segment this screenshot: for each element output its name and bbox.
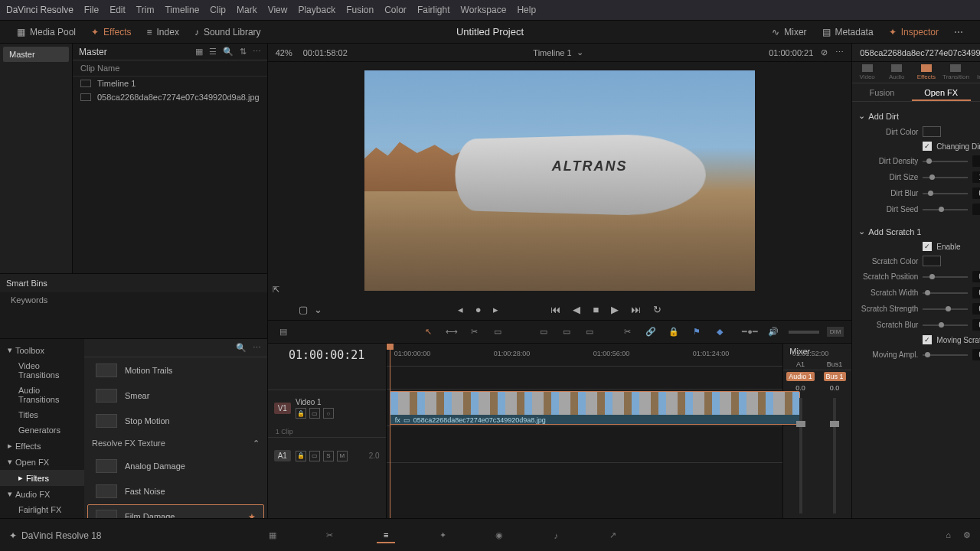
menu-edit[interactable]: Edit [109,5,126,15]
column-clip-name[interactable]: Clip Name [73,60,267,77]
zoom-slider[interactable]: ━●━ [743,324,758,340]
track-mute-icon[interactable]: ○ [323,408,334,419]
track-badge-v1[interactable]: V1 [274,403,291,414]
index-toggle[interactable]: ≡ Index [141,24,185,40]
viewer-options-icon[interactable]: ⋯ [835,47,844,57]
inspector-toggle[interactable]: ✦ Inspector [883,24,945,40]
dirt-density-value[interactable]: 2 [972,155,980,167]
timeline-clip[interactable]: fx▭058ca2268da8ec7274e07c349920d9a8.jpg [390,391,800,425]
replace-icon[interactable]: ▭ [559,324,574,340]
menu-file[interactable]: File [84,5,99,15]
fx-cat-effects[interactable]: ▸ Effects [0,438,84,454]
flag-icon[interactable]: ⚑ [689,324,704,340]
fx-search-icon[interactable]: 🔍 [236,343,247,353]
go-start-icon[interactable]: ⏮ [549,302,562,317]
fx-group-texture[interactable]: Resolve FX Texture⌃ [84,434,267,453]
master-bin[interactable]: Master [3,47,69,62]
playhead[interactable] [390,344,390,518]
favorite-star-icon[interactable]: ★ [248,512,256,519]
solo-icon[interactable]: S [323,451,334,461]
smart-bin-keywords[interactable]: Keywords [0,292,267,308]
fx-item-analog-damage[interactable]: Analog Damage [87,454,264,478]
clip-row-image[interactable]: 058ca2268da8ec7274e07c349920d9a8.jpg [73,90,267,104]
options-icon[interactable]: ⋯ [253,47,261,57]
scratch-position-value[interactable]: 0.159 [972,271,980,282]
mute-icon[interactable]: M [337,451,348,461]
track-enable-icon[interactable]: ▭ [309,408,320,419]
insert-icon[interactable]: ▭ [490,324,505,340]
section-add-dirt[interactable]: ⌄ Add Dirt [858,108,980,124]
fader-a1[interactable] [799,398,802,514]
insp-tab-audio[interactable]: Audio [882,62,912,83]
effects-toggle[interactable]: ✦ Effects [85,24,137,40]
marker-tool-icon[interactable]: ◆ [712,324,727,340]
sound-library-toggle[interactable]: ♪ Sound Library [188,24,267,40]
mixer-toggle[interactable]: ∿ Mixer [766,24,812,40]
scratch-strength-slider[interactable] [923,308,968,310]
mixer-ch-audio1[interactable]: Audio 1 [786,372,815,381]
dirt-seed-value[interactable]: 5 [972,204,980,215]
step-back-icon[interactable]: ◀ [571,302,582,317]
viewer-timeline-name[interactable]: Timeline 1 [533,48,571,57]
fx-item[interactable]: Smear [87,383,264,408]
menu-clip[interactable]: Clip [210,5,226,15]
menu-color[interactable]: Color [384,5,407,15]
loop-icon[interactable]: ↻ [652,302,663,317]
video-track[interactable]: fx▭058ca2268da8ec7274e07c349920d9a8.jpg [387,390,783,426]
view-thumb-icon[interactable]: ▦ [195,47,203,57]
dirt-size-value[interactable]: 1.404 [972,171,980,183]
menu-fusion[interactable]: Fusion [346,5,374,15]
audio-track-header[interactable]: A1 🔒▭SM 2.0 [268,437,386,474]
insp-subtab-openfx[interactable]: Open FX [912,83,971,101]
scratch-blur-slider[interactable] [923,324,968,326]
scratch-position-slider[interactable] [923,276,968,278]
section-add-scratch[interactable]: ⌄ Add Scratch 1 [858,223,980,240]
fx-item-fast-noise[interactable]: Fast Noise [87,479,264,504]
blade-tool-icon[interactable]: ✂ [467,324,482,340]
fx-cat-audio-transitions[interactable]: Audio Transitions [0,383,84,407]
expand-viewer-icon[interactable]: ⇱ [273,285,279,295]
scratch-color-swatch[interactable] [923,256,941,266]
menu-playback[interactable]: Playback [298,5,335,15]
lock-icon[interactable]: 🔒 [296,451,306,461]
scratch-strength-value[interactable]: 0.500 [972,303,980,315]
insp-tab-effects[interactable]: Effects [912,62,942,83]
stop-icon[interactable]: ■ [591,302,600,317]
fx-cat-toolbox[interactable]: ▾ Toolbox [0,342,84,358]
fx-options-icon[interactable]: ⋯ [253,343,261,353]
moving-ampl-slider[interactable] [923,354,968,356]
menu-mark[interactable]: Mark [237,5,257,15]
video-track-header[interactable]: V1 Video 1 🔒▭○ [268,390,386,426]
prev-edit-icon[interactable]: ◂ [456,302,465,317]
menu-fairlight[interactable]: Fairlight [417,5,450,15]
fx-cat-vst[interactable]: VST Effects [0,517,84,518]
menu-trim[interactable]: Trim [136,5,155,15]
overwrite-icon[interactable]: ▭ [536,324,551,340]
metadata-toggle[interactable]: ▤ Metadata [816,24,880,40]
page-color[interactable]: ◉ [490,528,508,543]
scratch-width-slider[interactable] [923,292,968,294]
fx-cat-filters[interactable]: ▸ Filters [0,470,84,486]
page-media[interactable]: ▦ [263,528,282,543]
page-edit[interactable]: ≡ [377,528,395,543]
viewer[interactable]: ⇱ ALTRANS [268,62,852,299]
moving-ampl-value[interactable]: 0.049 [972,349,980,360]
settings-icon[interactable]: ⚙ [963,530,971,540]
dirt-size-slider[interactable] [923,177,968,178]
home-icon[interactable]: ⌂ [946,530,951,540]
bypass-icon[interactable]: ⊘ [821,47,828,57]
volume-icon[interactable]: 🔊 [766,324,781,340]
fx-item[interactable]: Motion Trails [87,358,264,383]
insp-tab-image[interactable]: Image [971,62,980,83]
mixer-ch-bus1[interactable]: Bus 1 [824,372,846,381]
timeline-ruler[interactable]: 01:00:00:00 01:00:28:00 01:00:56:00 01:0… [387,344,783,367]
scratch-enable-checkbox[interactable]: ✓ [923,242,932,251]
match-frame-icon[interactable]: ▢ [299,304,308,315]
timeline-view-icon[interactable]: ▤ [276,324,291,340]
insp-tab-transition[interactable]: Transition [941,62,971,83]
scratch-blur-value[interactable]: 0.350 [972,319,980,331]
dim-button[interactable]: DIM [827,327,844,337]
fit-icon[interactable]: ▭ [582,324,597,340]
dirt-blur-slider[interactable] [923,193,968,194]
scratch-width-value[interactable]: 0.044 [972,287,980,298]
